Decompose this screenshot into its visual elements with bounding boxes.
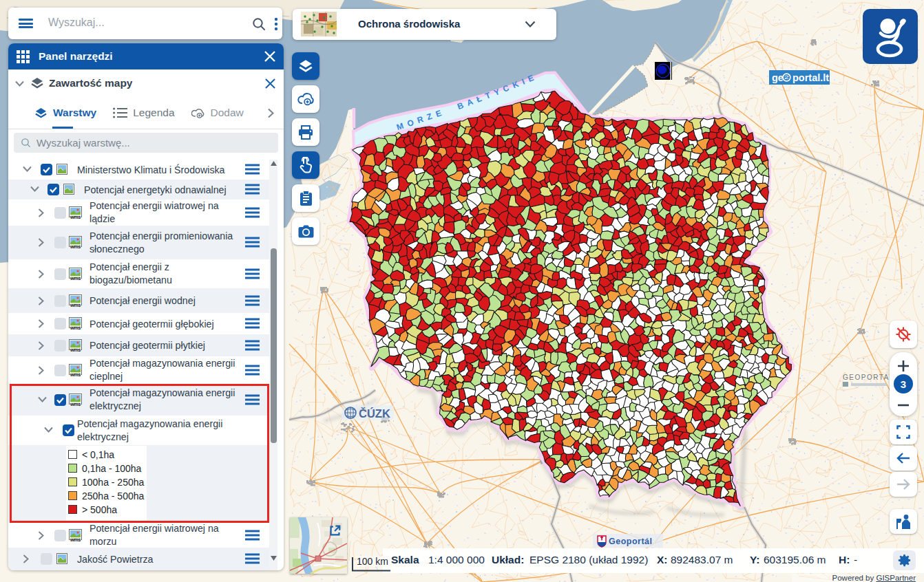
svg-text:wms: wms <box>70 347 81 352</box>
svg-text:wms: wms <box>70 537 81 542</box>
svg-text:portal.lt: portal.lt <box>792 72 829 83</box>
svg-text:wms: wms <box>70 371 81 377</box>
svg-text:ge: ge <box>772 72 784 83</box>
svg-text:Geoportál: Geoportál <box>609 537 653 546</box>
svg-text:wms: wms <box>70 325 81 330</box>
svg-text:ČÚZK: ČÚZK <box>359 407 390 420</box>
svg-text:wms: wms <box>70 214 81 219</box>
svg-text:wms: wms <box>70 275 81 281</box>
svg-text:wms: wms <box>70 302 81 308</box>
svg-text:wms: wms <box>70 244 81 249</box>
